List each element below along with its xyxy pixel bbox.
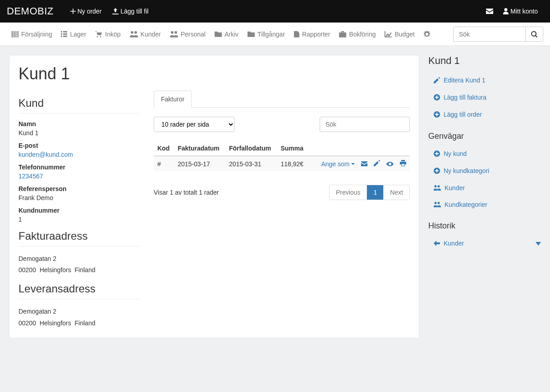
my-account-label: Mitt konto [510, 8, 538, 15]
envelope-link[interactable] [481, 0, 498, 23]
sidebar-add-invoice[interactable]: Lägg till faktura [434, 94, 486, 101]
caret-down-icon [351, 163, 355, 165]
invoices-panel: Fakturor 10 rader per sida Kod Fakt [154, 90, 410, 329]
pagination: Previous 1 Next [329, 185, 410, 200]
folder-icon [248, 32, 255, 37]
plus-circle-icon [434, 111, 440, 118]
sidebar-new-customer[interactable]: Ny kund [434, 150, 467, 157]
nav-lager[interactable]: Lager [56, 23, 91, 46]
users-icon [434, 185, 441, 191]
my-account-link[interactable]: Mitt konto [498, 0, 543, 23]
nav-inkop[interactable]: Inköp [91, 23, 125, 46]
row-action-print[interactable] [400, 160, 406, 166]
search-input[interactable] [453, 27, 525, 42]
col-summa[interactable]: Summa [277, 141, 308, 156]
col-forfallodatum[interactable]: Förfallodatum [225, 141, 277, 156]
add-file-label: Lägg till fil [120, 8, 148, 15]
table-showing: Visar 1 av totalt 1 rader [154, 189, 219, 196]
row-action-edit[interactable] [374, 160, 380, 166]
file-icon [294, 31, 299, 37]
add-file-link[interactable]: Lägg till fil [107, 0, 154, 23]
sidebar-categories[interactable]: Kundkategorier [434, 201, 487, 208]
row-action-set-as[interactable]: Ange som [321, 160, 355, 168]
table-search-input[interactable] [320, 117, 410, 132]
cell-kod: # [154, 156, 174, 171]
invoice-address: Demogatan 2 00200 Helsingfors Finland [18, 253, 140, 276]
section-invoice-address: Fakturaadress [18, 230, 140, 246]
nav-budget[interactable]: Budget [380, 23, 419, 46]
nav-forsaljning[interactable]: Försäljning [7, 23, 56, 46]
col-kod[interactable]: Kod [154, 141, 174, 156]
brand: DEMOBIZ [7, 5, 54, 17]
label-phone: Telefonnummer [18, 164, 140, 171]
users-icon [170, 31, 178, 37]
page-next[interactable]: Next [383, 185, 409, 200]
page-title: Kund 1 [18, 64, 410, 83]
edit-icon [434, 77, 440, 83]
sidebar-history-customers[interactable]: Kunder [434, 240, 464, 247]
label-name: Namn [18, 120, 140, 128]
value-reference: Frank Demo [18, 194, 140, 201]
sidebar-customers[interactable]: Kunder [434, 184, 465, 191]
cart-icon [95, 31, 102, 37]
nav-arkiv[interactable]: Arkiv [210, 23, 243, 46]
customer-details: Kund Namn Kund 1 E-post kunden@kund.com … [18, 90, 140, 329]
row-action-send[interactable] [361, 161, 367, 166]
list-icon [61, 31, 67, 37]
print-icon [400, 160, 406, 166]
table-row: # 2015-03-17 2015-03-31 118,92€ Ange som [154, 156, 410, 171]
sidebar: Kund 1 Editera Kund 1 Lägg till faktura … [428, 55, 541, 252]
sidebar-history-title: Historik [428, 221, 541, 231]
new-order-link[interactable]: Ny order [65, 0, 107, 23]
chevron-down-icon[interactable] [536, 240, 541, 247]
sidebar-title: Kund 1 [428, 55, 541, 67]
chart-icon [385, 31, 392, 37]
new-order-label: Ny order [78, 8, 102, 15]
arrow-left-icon [434, 241, 440, 246]
search-icon [531, 31, 537, 37]
nav-tillgangar[interactable]: Tillgångar [243, 23, 289, 46]
value-customer-no: 1 [18, 216, 140, 223]
page-1[interactable]: 1 [367, 185, 383, 200]
tab-fakturor[interactable]: Fakturor [154, 91, 192, 108]
section-delivery-address: Leveransadress [18, 283, 140, 299]
value-phone[interactable]: 1234567 [18, 173, 43, 180]
page-prev[interactable]: Previous [330, 185, 367, 200]
sidebar-new-category[interactable]: Ny kundkategori [434, 167, 489, 174]
nav-kunder[interactable]: Kunder [125, 23, 165, 46]
users-icon [434, 202, 441, 207]
plus-circle-icon [434, 168, 440, 174]
col-fakturadatum[interactable]: Fakturadatum [174, 141, 225, 156]
barcode-icon [11, 31, 18, 37]
sidebar-add-order[interactable]: Lägg till order [434, 111, 482, 118]
delivery-address: Demogatan 2 00200 Helsingfors Finland [18, 306, 140, 328]
sidebar-edit-customer[interactable]: Editera Kund 1 [434, 77, 486, 84]
plus-circle-icon [434, 94, 440, 100]
nav-bokforing[interactable]: Bokföring [335, 23, 380, 46]
nav-personal[interactable]: Personal [165, 23, 210, 46]
user-icon [503, 8, 509, 14]
users-icon [130, 31, 138, 37]
topbar: DEMOBIZ Ny order Lägg till fil Mitt kont… [0, 0, 550, 23]
upload-icon [112, 8, 119, 14]
eye-icon [386, 162, 394, 166]
nav-rapporter[interactable]: Rapporter [289, 23, 335, 46]
secondary-nav: Försäljning Lager Inköp Kunder Personal … [0, 23, 550, 46]
tabs: Fakturor [154, 90, 410, 108]
main-card: Kund 1 Kund Namn Kund 1 E-post kunden@ku… [9, 55, 419, 338]
value-email[interactable]: kunden@kund.com [18, 151, 73, 158]
section-customer: Kund [18, 97, 140, 114]
sidebar-shortcuts-title: Genvägar [428, 132, 541, 141]
envelope-icon [361, 161, 367, 166]
invoices-table: Kod Fakturadatum Förfallodatum Summa # 2… [154, 141, 410, 171]
rows-per-page-select[interactable]: 10 rader per sida [154, 117, 235, 132]
plus-icon [70, 9, 76, 14]
nav-settings[interactable] [419, 23, 437, 46]
row-action-view[interactable] [386, 162, 394, 166]
global-search [453, 27, 543, 42]
search-button[interactable] [525, 27, 543, 42]
label-customer-no: Kundnummer [18, 207, 140, 214]
cell-forfallodatum: 2015-03-31 [225, 156, 277, 171]
gear-icon [424, 31, 430, 37]
value-name: Kund 1 [18, 129, 140, 137]
